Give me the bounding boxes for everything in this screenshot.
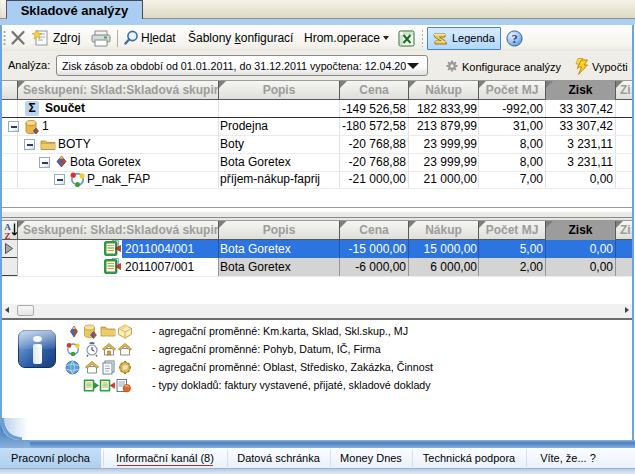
svg-text:?: ? bbox=[511, 32, 517, 46]
svg-text:Z: Z bbox=[4, 231, 10, 240]
